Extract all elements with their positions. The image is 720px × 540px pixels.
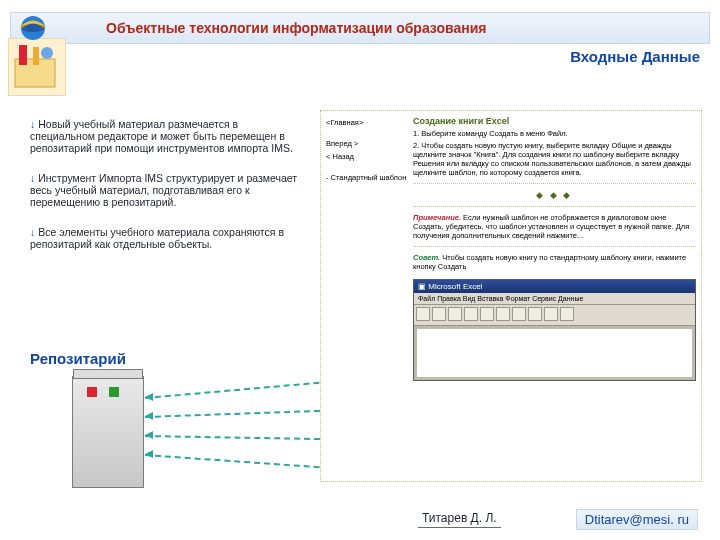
excel-title-text: Microsoft Excel bbox=[428, 282, 482, 291]
bullet-1-text: Новый учебный материал размечается в спе… bbox=[30, 118, 293, 154]
excel-title-bar: ▣ Microsoft Excel bbox=[414, 280, 695, 293]
ie-logo-icon bbox=[15, 8, 51, 44]
toolbar-button-icon bbox=[528, 307, 542, 321]
bullet-3-text: Все элементы учебного материала сохраняю… bbox=[30, 226, 284, 250]
arrow-left-icon bbox=[145, 431, 153, 439]
subtitle: Входные Данные bbox=[570, 48, 700, 65]
toolbar-button-icon bbox=[448, 307, 462, 321]
nav-home-link[interactable]: <Главная> bbox=[326, 116, 408, 129]
server-tower-icon bbox=[72, 376, 144, 488]
toolbar-button-icon bbox=[512, 307, 526, 321]
divider bbox=[413, 206, 696, 207]
nav-back-link[interactable]: < Назад bbox=[326, 150, 408, 163]
toolbar-button-icon bbox=[416, 307, 430, 321]
toolbar-button-icon bbox=[464, 307, 478, 321]
connector-line bbox=[145, 435, 320, 440]
excel-sheet-area bbox=[417, 329, 692, 377]
note-row: Примечание. Если нужный шаблон не отобра… bbox=[413, 213, 696, 240]
header-bar: Объектные технологии информатизации обра… bbox=[10, 12, 710, 44]
arrow-left-icon bbox=[145, 412, 153, 420]
arrow-left-icon bbox=[145, 393, 153, 401]
page-title: Объектные технологии информатизации обра… bbox=[106, 20, 486, 36]
connector-line bbox=[145, 454, 320, 468]
bullet-2-text: Инструмент Импорта IMS структурирует и р… bbox=[30, 172, 297, 208]
bullet-2: ↓Инструмент Импорта IMS структурирует и … bbox=[30, 172, 305, 208]
svg-rect-5 bbox=[33, 47, 39, 65]
author-name: Титарев Д. Л. bbox=[418, 511, 501, 528]
bullet-1: ↓Новый учебный материал размечается в сп… bbox=[30, 118, 305, 154]
svg-point-1 bbox=[21, 24, 45, 32]
hint-row: Совет. Чтобы создать новую книгу по стан… bbox=[413, 253, 696, 271]
toolbar-button-icon bbox=[496, 307, 510, 321]
toolbar-button-icon bbox=[544, 307, 558, 321]
excel-toolbar bbox=[414, 305, 695, 326]
hint-text: Чтобы создать новую книгу по стандартном… bbox=[413, 253, 686, 271]
repository-label: Репозитарий bbox=[30, 350, 126, 367]
toolbar-button-icon bbox=[560, 307, 574, 321]
bullet-list: ↓Новый учебный материал размечается в сп… bbox=[30, 118, 305, 268]
arrow-left-icon bbox=[145, 450, 153, 458]
svg-point-4 bbox=[41, 47, 53, 59]
main-pane: Создание книги Excel 1. Выберите команду… bbox=[413, 116, 696, 381]
divider bbox=[413, 246, 696, 247]
topic-heading: Создание книги Excel bbox=[413, 116, 696, 126]
step-1: 1. Выберите команду Создать в меню Файл. bbox=[413, 129, 696, 138]
nav-pane: <Главная> Вперед > < Назад - Стандартный… bbox=[326, 116, 408, 184]
nav-template-item[interactable]: - Стандартный шаблон bbox=[326, 171, 408, 184]
note-label: Примечание. bbox=[413, 213, 461, 222]
toolbar-button-icon bbox=[432, 307, 446, 321]
led-green-icon bbox=[109, 387, 119, 397]
author-email[interactable]: Dtitarev@mesi. ru bbox=[576, 509, 698, 530]
arrow-icon: ↓ bbox=[30, 118, 35, 130]
tools-folder-icon bbox=[8, 38, 66, 96]
toolbar-button-icon bbox=[480, 307, 494, 321]
step-2: 2. Чтобы создать новую пустую книгу, выб… bbox=[413, 141, 696, 177]
connector-line bbox=[145, 382, 320, 399]
arrow-icon: ↓ bbox=[30, 172, 35, 184]
arrow-icon: ↓ bbox=[30, 226, 35, 238]
excel-menu-bar: Файл Правка Вид Вставка Формат Сервис Да… bbox=[414, 293, 695, 305]
led-red-icon bbox=[87, 387, 97, 397]
bullet-3: ↓Все элементы учебного материала сохраня… bbox=[30, 226, 305, 250]
hint-label: Совет. bbox=[413, 253, 440, 262]
excel-window: ▣ Microsoft Excel Файл Правка Вид Вставк… bbox=[413, 279, 696, 381]
connector-line bbox=[145, 410, 320, 418]
svg-rect-3 bbox=[19, 45, 27, 65]
nav-forward-link[interactable]: Вперед > bbox=[326, 137, 408, 150]
ornament-dots: ◆ ◆ ◆ bbox=[413, 190, 696, 200]
divider bbox=[413, 183, 696, 184]
content-preview: <Главная> Вперед > < Назад - Стандартный… bbox=[320, 110, 702, 482]
